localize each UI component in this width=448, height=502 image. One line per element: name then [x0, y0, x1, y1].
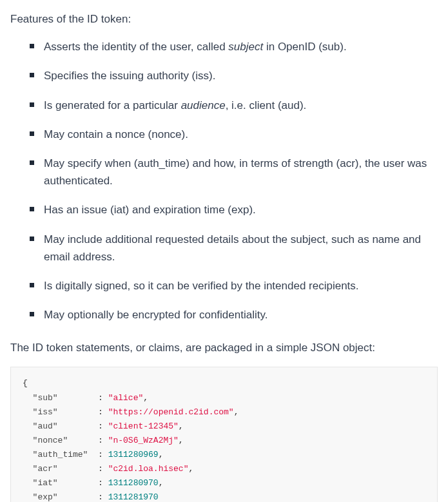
code-colon: :	[93, 492, 108, 502]
intro-text: Features of the ID token:	[10, 10, 438, 28]
code-key: "sub"	[33, 393, 58, 403]
feature-text-pre: May contain a nonce (nonce).	[44, 128, 188, 140]
code-comma: ,	[159, 478, 164, 488]
feature-list: Asserts the identity of the user, called…	[30, 38, 438, 323]
list-item: Specifies the issuing authority (iss).	[30, 67, 438, 84]
code-colon: :	[93, 407, 108, 417]
feature-text-post: , i.e. client (aud).	[226, 99, 307, 111]
list-item: May include additional requested details…	[30, 231, 438, 265]
list-item: May optionally be encrypted for confiden…	[30, 306, 438, 323]
code-key: "iat"	[33, 478, 58, 488]
feature-text-italic: audience	[181, 99, 226, 111]
code-value: "alice"	[108, 393, 144, 403]
code-value: 1311280969	[108, 450, 159, 459]
code-brace-open: {	[23, 378, 28, 388]
code-key: "acr"	[33, 464, 58, 474]
code-comma: ,	[179, 421, 184, 431]
list-item: May contain a nonce (nonce).	[30, 126, 438, 143]
code-comma: ,	[234, 407, 239, 417]
feature-text-italic: subject	[228, 41, 263, 53]
code-colon: :	[93, 478, 108, 488]
code-value: 1311281970	[108, 492, 159, 502]
list-item: May specify when (auth_time) and how, in…	[30, 155, 438, 189]
feature-text-pre: May optionally be encrypted for confiden…	[44, 309, 268, 321]
code-colon: :	[93, 393, 108, 403]
claims-intro-text: The ID token statements, or claims, are …	[10, 339, 438, 356]
feature-text-pre: May specify when (auth_time) and how, in…	[44, 157, 427, 187]
code-colon: :	[93, 450, 108, 459]
feature-text-pre: Specifies the issuing authority (iss).	[44, 70, 215, 82]
code-colon: :	[93, 464, 108, 474]
code-key: "exp"	[33, 492, 58, 502]
code-value: "c2id.loa.hisec"	[108, 464, 189, 474]
code-value: "client-12345"	[108, 421, 179, 431]
list-item: Asserts the identity of the user, called…	[30, 38, 438, 55]
list-item: Has an issue (iat) and expiration time (…	[30, 201, 438, 218]
code-key: "iss"	[33, 407, 58, 417]
feature-text-pre: Has an issue (iat) and expiration time (…	[44, 204, 256, 216]
code-value: "n-0S6_WzA2Mj"	[108, 436, 179, 445]
feature-text-post: in OpenID (sub).	[263, 41, 346, 53]
feature-text-pre: Is digitally signed, so it can be verifi…	[44, 280, 359, 292]
list-item: Is digitally signed, so it can be verifi…	[30, 277, 438, 294]
feature-text-pre: May include additional requested details…	[44, 233, 421, 263]
code-comma: ,	[188, 464, 193, 474]
code-block: { "sub" : "alice", "iss" : "https://open…	[10, 367, 438, 502]
list-item: Is generated for a particular audience, …	[30, 97, 438, 114]
code-value: 1311280970	[108, 478, 159, 488]
code-comma: ,	[179, 436, 184, 445]
code-colon: :	[93, 421, 108, 431]
code-value: "https://openid.c2id.com"	[108, 407, 234, 417]
code-comma: ,	[143, 393, 148, 403]
code-colon: :	[93, 436, 108, 445]
code-comma: ,	[159, 450, 164, 459]
feature-text-pre: Is generated for a particular	[44, 99, 181, 111]
feature-text-pre: Asserts the identity of the user, called	[44, 41, 228, 53]
code-key: "nonce"	[33, 436, 68, 445]
code-key: "auth_time"	[33, 450, 88, 459]
code-key: "aud"	[33, 421, 58, 431]
